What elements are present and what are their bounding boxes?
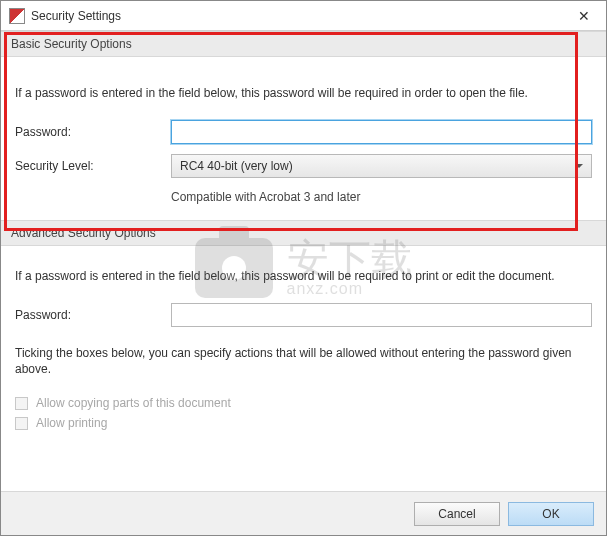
security-level-combo[interactable]: RC4 40-bit (very low) xyxy=(171,154,592,178)
titlebar: Security Settings ✕ xyxy=(1,1,606,31)
basic-password-label: Password: xyxy=(15,125,171,139)
window-title: Security Settings xyxy=(31,9,121,23)
basic-password-row: Password: xyxy=(15,120,592,144)
allow-print-label: Allow printing xyxy=(36,416,107,430)
basic-intro: If a password is entered in the field be… xyxy=(15,85,592,102)
allow-copy-row: Allow copying parts of this document xyxy=(15,396,592,410)
allow-print-row: Allow printing xyxy=(15,416,592,430)
ok-button[interactable]: OK xyxy=(508,502,594,526)
advanced-intro: If a password is entered in the field be… xyxy=(15,268,592,285)
security-level-hint: Compatible with Acrobat 3 and later xyxy=(171,188,592,210)
allow-print-checkbox[interactable] xyxy=(15,417,28,430)
advanced-section-header: Advanced Security Options xyxy=(1,220,606,246)
chevron-down-icon xyxy=(575,164,583,168)
advanced-password-row: Password: xyxy=(15,303,592,327)
allow-copy-checkbox[interactable] xyxy=(15,397,28,410)
basic-panel: If a password is entered in the field be… xyxy=(1,57,606,220)
security-level-label: Security Level: xyxy=(15,159,171,173)
basic-password-input[interactable] xyxy=(171,120,592,144)
cancel-button[interactable]: Cancel xyxy=(414,502,500,526)
tick-intro: Ticking the boxes below, you can specify… xyxy=(15,345,592,379)
allow-copy-label: Allow copying parts of this document xyxy=(36,396,231,410)
security-level-row: Security Level: RC4 40-bit (very low) xyxy=(15,154,592,178)
advanced-password-label: Password: xyxy=(15,308,171,322)
close-icon: ✕ xyxy=(578,8,590,24)
app-icon xyxy=(9,8,25,24)
basic-section-header: Basic Security Options xyxy=(1,31,606,57)
advanced-password-input[interactable] xyxy=(171,303,592,327)
security-level-value: RC4 40-bit (very low) xyxy=(180,159,293,173)
button-bar: Cancel OK xyxy=(1,491,606,535)
close-button[interactable]: ✕ xyxy=(561,1,606,31)
advanced-panel: If a password is entered in the field be… xyxy=(1,246,606,446)
